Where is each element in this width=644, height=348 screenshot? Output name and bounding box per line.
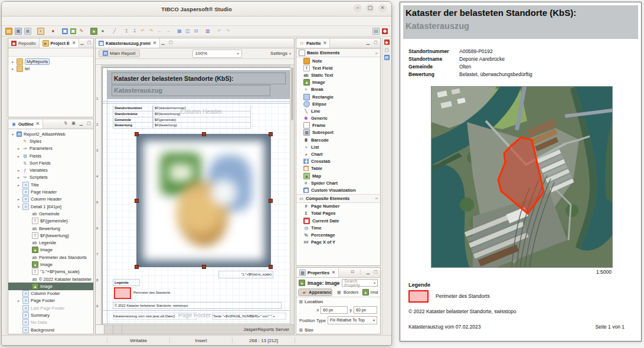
outline-tree-item[interactable]: ▸ ƒ Variables <box>8 166 93 173</box>
outline-tree-item[interactable]: ▸ ▥ Fields <box>8 152 93 159</box>
menu-item[interactable] <box>41 21 47 22</box>
design-field-row[interactable]: Gemeinde $F{gemeinde} <box>113 117 251 123</box>
project-tree-item[interactable]: ▸ MyReports <box>8 58 93 65</box>
expand-arrow-icon[interactable]: ▸ <box>17 146 21 150</box>
editor-tab-katasterauszug[interactable]: ▤ Katasterauszug.jrxml ✕ <box>96 38 160 48</box>
outline-tree-item[interactable]: ab Perimeter des Standorts <box>8 254 93 261</box>
expand-arrow-icon[interactable]: ▾ <box>11 132 15 136</box>
save-all-icon[interactable]: ▣ <box>24 28 31 35</box>
save-icon[interactable]: ▣ <box>15 28 22 35</box>
outline-tree-item[interactable]: ≡ Summary <box>8 311 93 319</box>
palette-item[interactable]: Ⅲ Barcode <box>296 136 380 143</box>
close-tab-icon[interactable]: ✕ <box>153 41 156 45</box>
new-report-icon[interactable]: ▤ <box>5 28 12 35</box>
palette-section-composite[interactable]: ▭ Composite Elements ∞ <box>296 194 380 203</box>
properties-tab[interactable]: ▦ Borders <box>334 288 358 296</box>
outline-tree-item[interactable]: ▸ ≡ Column Header <box>8 196 93 203</box>
outline-tree-item[interactable]: ▸ ✑ Scriptlets <box>8 174 93 181</box>
outline-tree-item[interactable]: ▸ ≡ Title <box>8 181 93 188</box>
forward-icon[interactable]: → <box>165 28 171 34</box>
wand-icon[interactable]: ╱ <box>112 28 117 34</box>
vertical-scrollbar[interactable] <box>290 65 294 324</box>
maximize-panel-icon[interactable]: ▢ <box>86 40 92 45</box>
outline-tree-item[interactable]: ≡ Page Header <box>8 188 93 195</box>
outline-tree-item[interactable]: T $F{bewertung} <box>8 232 93 239</box>
palette-item[interactable]: ▴ Image <box>296 79 380 86</box>
image-tool-icon[interactable]: ▴ <box>90 28 97 35</box>
outline-tree-item[interactable]: ab Legende <box>8 239 93 246</box>
close-tab-icon[interactable]: ✕ <box>36 122 40 126</box>
palette-item[interactable]: # Page Number <box>296 203 380 210</box>
jaspersoft-logo-icon[interactable]: ◆ <box>384 40 390 45</box>
minimize-window-icon[interactable]: − <box>354 4 362 12</box>
expand-arrow-icon[interactable]: ▸ <box>17 197 21 201</box>
outline-tree-item[interactable]: ✎ Styles <box>8 137 93 145</box>
sync-forward-icon[interactable]: ↷ <box>225 28 231 34</box>
palette-item[interactable]: T Text Field <box>296 64 380 71</box>
resize-handle[interactable] <box>202 132 206 136</box>
close-tab-icon[interactable]: ✕ <box>72 41 76 45</box>
footer-date-textfield[interactable]: Katasterauszug vom new java.util.Date() <box>113 313 197 320</box>
resize-handle[interactable] <box>269 132 273 136</box>
lock-icon[interactable]: ◖ <box>37 28 44 35</box>
outline-tree-item[interactable]: ab Gemeinde <box>8 210 93 217</box>
outline-tree-item[interactable]: ▸ ≔ Parameters <box>8 145 93 152</box>
menu-item[interactable] <box>19 21 25 22</box>
resize-handle[interactable] <box>269 199 273 203</box>
maximize-window-icon[interactable]: ▢ <box>366 4 374 12</box>
resize-handle[interactable] <box>135 265 139 269</box>
expand-arrow-icon[interactable]: ▸ <box>11 60 15 64</box>
position-type-select[interactable]: Fix Relative To Top ▾ <box>328 316 377 324</box>
close-tab-icon[interactable]: ✕ <box>323 41 327 45</box>
palette-item[interactable]: Frame <box>296 122 380 129</box>
expand-arrow-icon[interactable]: ▾ <box>17 205 21 209</box>
design-title-text[interactable]: Kataster der belasteten Standorte (KbS): <box>112 73 286 84</box>
close-window-icon[interactable]: × <box>378 4 387 12</box>
palette-item[interactable]: ▦ Current Date <box>296 217 380 224</box>
expand-arrow-icon[interactable]: ▸ <box>17 175 21 179</box>
maximize-panel-icon[interactable]: ▢ <box>168 40 174 45</box>
y-input[interactable]: 60 px <box>354 306 377 314</box>
editor-mode-tab[interactable] <box>113 325 122 334</box>
main-report-button[interactable]: ▤ Main Report <box>99 50 140 57</box>
report-view-icon[interactable]: ▤ <box>384 55 390 60</box>
outline-tree-item[interactable]: ≡ Background <box>8 326 93 333</box>
outline-tree-item[interactable]: ab © 2022 Kataster belasteter Sta <box>8 275 93 283</box>
resize-handle[interactable] <box>135 132 139 136</box>
palette-item[interactable]: Note <box>296 57 380 64</box>
search-property-input[interactable]: Search Property ▾ <box>342 279 378 287</box>
editor-mode-tab[interactable] <box>104 325 113 334</box>
copyright-text[interactable]: © 2022 Kataster belasteter Standorte, sw… <box>113 302 282 309</box>
palette-item[interactable]: ≡ List <box>296 143 380 150</box>
outline-tree-item[interactable]: ▾ ▤ Report2_Altlast4Web <box>8 130 93 137</box>
outline-tree-item[interactable]: ▴ Image <box>8 283 93 290</box>
jaspersoft-logo-icon[interactable]: ◆ <box>382 28 388 34</box>
outline-tree-item[interactable]: ▴ Image <box>8 247 93 254</box>
menu-item[interactable] <box>27 21 32 22</box>
resize-handle[interactable] <box>269 265 273 269</box>
palette-item[interactable]: ▲ Map <box>296 172 380 179</box>
design-field-row[interactable]: Bewertung $F{bewertung} <box>113 123 251 129</box>
resize-handle[interactable] <box>135 199 139 203</box>
legend-title-text[interactable]: Legende <box>113 279 140 286</box>
expand-arrow-icon[interactable]: ▸ <box>11 67 15 71</box>
outline-tree-item[interactable]: ▴ Image <box>8 261 93 268</box>
outline-tree-item[interactable]: ≡ Column Footer <box>8 290 93 297</box>
project-tree-item[interactable]: ▸ tet <box>8 65 93 72</box>
datasource-icon[interactable]: ● <box>100 28 106 34</box>
edit-icon[interactable]: ✎ <box>79 28 84 34</box>
download-icon[interactable]: ↧ <box>132 28 138 34</box>
outline-tree-item[interactable]: ≡ Last Page Footer <box>8 304 93 311</box>
outline-tree-item[interactable]: ab Bewertung <box>8 225 93 232</box>
minimize-panel-icon[interactable]: ▁ <box>79 40 85 45</box>
collapse-icon[interactable]: ⊟ <box>299 328 303 333</box>
palette-item[interactable]: ab Static Text <box>296 71 380 78</box>
expand-arrow-icon[interactable]: ▸ <box>17 154 21 158</box>
size-section-header[interactable]: ⊟ Size <box>296 326 380 333</box>
footer-page-textfield[interactable]: "Seite "+$V{PAGE_NUMBER}+" von'" " + <box>212 313 286 320</box>
restore-view-icon[interactable]: ▢ <box>384 47 390 52</box>
close-tab-icon[interactable]: ✕ <box>332 270 335 275</box>
perspective-icon[interactable]: ▦ <box>176 28 182 34</box>
split-editor-icon[interactable]: ⊟ <box>193 28 199 34</box>
selected-image-element[interactable] <box>136 134 271 267</box>
